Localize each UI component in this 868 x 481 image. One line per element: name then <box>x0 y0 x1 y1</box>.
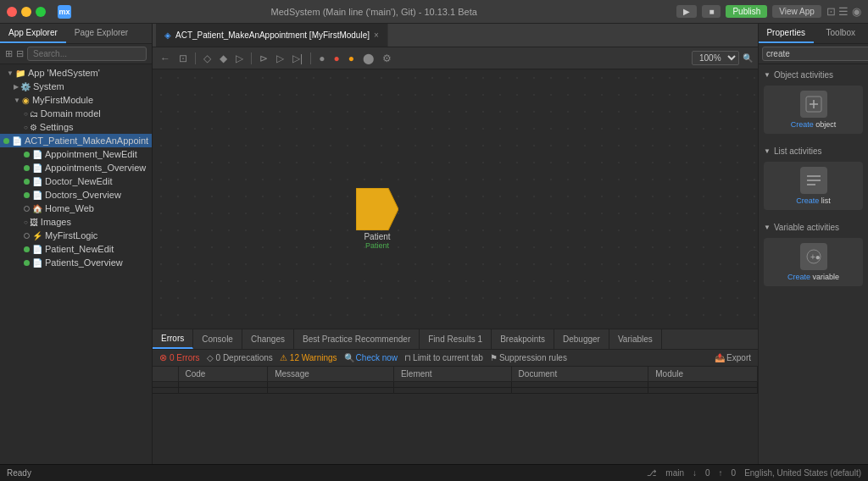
editor-toolbar: ← ⊡ ◇ ◆ ▷ ⊳ ▷ ▷| ● ● ● ⬤ ⚙ 100% 75% 50% … <box>153 47 758 69</box>
sidebar-tree: ▼ 📁 App 'MedSystem' ▶ ⚙️ System ▼ ◉ MyFi… <box>0 64 152 464</box>
toolbar-circle-r[interactable]: ● <box>331 52 342 65</box>
toolbar-skip[interactable]: ▷| <box>290 52 305 65</box>
editor-tab-active[interactable]: ◈ ACT_Patient_MakeAnAppointment [MyFirst… <box>156 24 388 47</box>
sidebar-item-myfirstlogic[interactable]: ⚡ MyFirstLogic <box>0 229 152 242</box>
tab-debugger[interactable]: Debugger <box>554 329 609 349</box>
sidebar-icon-2[interactable]: ⊟ <box>16 48 24 59</box>
editor-canvas[interactable]: Patient Patient <box>153 69 758 329</box>
toolbar-arrow[interactable]: ▷ <box>233 52 246 65</box>
row-num <box>153 382 178 388</box>
tab-console[interactable]: Console <box>193 329 242 349</box>
sidebar-toolbar: ⊞ ⊟ <box>0 44 152 64</box>
toolbar-diamond1[interactable]: ◇ <box>201 52 214 65</box>
search-input[interactable] <box>27 47 147 61</box>
sidebar-item-act-patient[interactable]: 📄 ACT_Patient_MakeAnAppoint <box>0 134 152 147</box>
section-header-list[interactable]: ▼ List activities <box>759 144 868 158</box>
close-button[interactable] <box>7 7 17 17</box>
sidebar-item-images[interactable]: ○ 🖼 Images <box>0 215 152 229</box>
sidebar-icon-1[interactable]: ⊞ <box>5 48 13 59</box>
zoom-select[interactable]: 100% 75% 50% 150% <box>692 51 739 65</box>
run-button[interactable]: ▶ <box>676 5 697 18</box>
sidebar-item-patient-newedit[interactable]: 📄 Patient_NewEdit <box>0 242 152 256</box>
toolbar-select[interactable]: ⊡ <box>176 52 190 65</box>
git-branch-icon: ⎇ <box>647 468 657 478</box>
section-object-label: Object activities <box>774 70 833 80</box>
tab-errors[interactable]: Errors <box>153 329 193 349</box>
traffic-lights <box>7 7 46 17</box>
sidebar-item-app[interactable]: ▼ 📁 App 'MedSystem' <box>0 66 152 80</box>
sidebar-item-appointment-new[interactable]: 📄 Appointment_NewEdit <box>0 147 152 161</box>
toolbar-circle-g[interactable]: ● <box>346 52 357 65</box>
cell-element <box>393 382 511 388</box>
minimize-button[interactable] <box>21 7 31 17</box>
editor-tab-label: ACT_Patient_MakeAnAppointment [MyFirstMo… <box>175 30 370 40</box>
table-row <box>153 382 758 388</box>
sidebar-item-domainmodel-label: Domain model <box>41 108 101 119</box>
create-list-label: Create list <box>796 196 831 205</box>
title-bar: mx MedSystem (Main line ('main'), Git) -… <box>0 0 868 24</box>
maximize-button[interactable] <box>36 7 46 17</box>
toolbar-gear[interactable]: ⚙ <box>380 52 394 65</box>
stop-button[interactable]: ■ <box>702 5 721 18</box>
sidebar-item-doctor-newedit[interactable]: 📄 Doctor_NewEdit <box>0 174 152 188</box>
rp-tab-properties[interactable]: Properties <box>759 24 814 43</box>
section-header-object[interactable]: ▼ Object activities <box>759 68 868 82</box>
sidebar-item-home-web[interactable]: 🏠 Home_Web <box>0 202 152 215</box>
content-area: ◈ ACT_Patient_MakeAnAppointment [MyFirst… <box>153 24 758 464</box>
title-bar-actions: ▶ ■ Publish View App ⊡ ☰ ◉ <box>676 5 861 18</box>
tab-breakpoints[interactable]: Breakpoints <box>492 329 554 349</box>
toolbar-play[interactable]: ▷ <box>274 52 287 65</box>
sidebar-item-appointments-overview[interactable]: 📄 Appointments_Overview <box>0 161 152 174</box>
tab-page-explorer[interactable]: Page Explorer <box>66 24 136 43</box>
locale: English, United States (default) <box>744 468 861 478</box>
view-app-button[interactable]: View App <box>772 5 821 18</box>
limit-button[interactable]: ⊓ Limit to current tab <box>404 353 483 362</box>
create-list-card[interactable]: Create list <box>764 162 863 210</box>
create-variable-label: Create variable <box>787 273 839 281</box>
rp-tab-toolbox[interactable]: Toolbox <box>814 24 869 43</box>
export-button[interactable]: 📤 Export <box>715 353 751 362</box>
col-module: Module <box>648 367 758 382</box>
publish-button[interactable]: Publish <box>726 5 767 18</box>
toolbar-circle[interactable]: ● <box>316 52 327 65</box>
sidebar-item-home-web-label: Home_Web <box>45 203 94 213</box>
col-code: Code <box>178 367 268 382</box>
sidebar-item-myfirstmodule-label: MyFirstModule <box>32 95 93 105</box>
toolbar-back[interactable]: ← <box>158 52 173 65</box>
create-object-card[interactable]: Create object <box>764 86 863 134</box>
table-row <box>153 388 758 394</box>
create-variable-card[interactable]: +● Create variable <box>764 238 863 286</box>
suppress-icon: ⚑ <box>490 353 498 362</box>
suppression-button[interactable]: ⚑ Suppression rules <box>490 353 567 362</box>
sidebar-item-system[interactable]: ▶ ⚙️ System <box>0 80 152 93</box>
toolbar-step[interactable]: ⊳ <box>257 52 270 65</box>
section-header-variable[interactable]: ▼ Variable activities <box>759 220 868 235</box>
toolbar-icons: ⊡ ☰ ◉ <box>826 5 861 18</box>
tab-app-explorer[interactable]: App Explorer <box>0 24 66 43</box>
flow-start-node[interactable]: Patient Patient <box>356 188 398 250</box>
sidebar-item-settings[interactable]: ○ ⚙ Settings <box>0 120 152 134</box>
sidebar-item-patients-overview[interactable]: 📄 Patients_Overview <box>0 256 152 269</box>
warnings-count: 12 Warnings <box>290 353 337 362</box>
section-variable-label: Variable activities <box>774 223 839 232</box>
tab-find-results[interactable]: Find Results 1 <box>420 329 492 349</box>
rp-search-input[interactable] <box>762 47 868 61</box>
tab-close-icon[interactable]: × <box>374 30 379 40</box>
deprecation-icon: ◇ <box>207 353 214 362</box>
tab-variables[interactable]: Variables <box>609 329 662 349</box>
section-list-label: List activities <box>774 147 822 156</box>
tab-best-practice[interactable]: Best Practice Recommender <box>294 329 420 349</box>
check-now-button[interactable]: 🔍 Check now <box>344 353 398 362</box>
separator-1 <box>195 53 196 64</box>
tab-changes[interactable]: Changes <box>242 329 294 349</box>
sidebar-item-doctors-overview[interactable]: 📄 Doctors_Overview <box>0 188 152 202</box>
toolbar-dot[interactable]: ⬤ <box>360 52 376 65</box>
cell-message <box>268 388 394 394</box>
chevron-down-icon: ▼ <box>764 71 771 79</box>
toolbar-diamond2[interactable]: ◆ <box>217 52 230 65</box>
window-title: MedSystem (Main line ('main'), Git) - 10… <box>76 7 671 17</box>
col-element: Element <box>393 367 511 382</box>
sidebar-item-myfirstmodule[interactable]: ▼ ◉ MyFirstModule <box>0 93 152 107</box>
sidebar-item-domainmodel[interactable]: ○ 🗂 Domain model <box>0 107 152 120</box>
cell-code <box>178 388 268 394</box>
